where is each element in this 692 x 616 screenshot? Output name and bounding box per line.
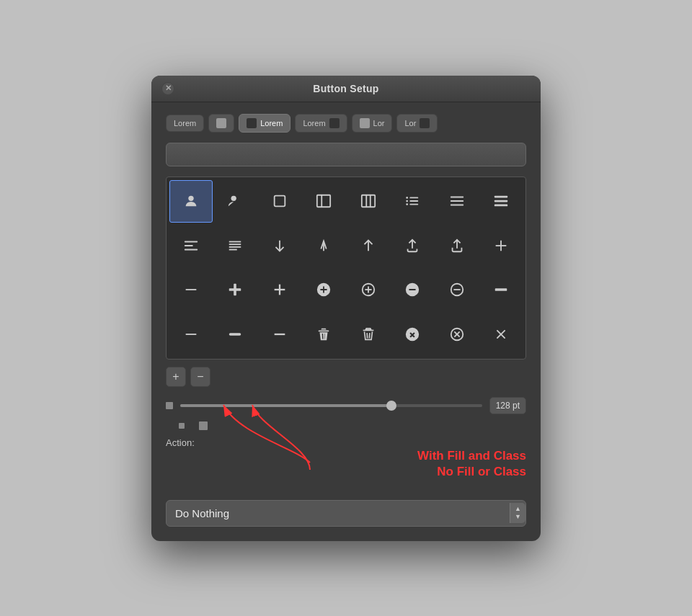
- icon-trash-filled[interactable]: [303, 313, 346, 356]
- tabs-row: Lorem Lorem Lorem Lor Lor: [166, 114, 526, 133]
- icon-plus-outline[interactable]: [258, 269, 301, 312]
- svg-rect-46: [229, 333, 241, 336]
- svg-rect-21: [494, 205, 507, 207]
- svg-rect-48: [319, 330, 329, 331]
- icon-minus-line2[interactable]: [169, 313, 213, 356]
- icon-x-mark[interactable]: [480, 313, 523, 356]
- content-area: Lorem Lorem Lorem Lor Lor: [151, 102, 541, 541]
- svg-point-10: [407, 197, 409, 199]
- svg-rect-5: [317, 195, 330, 207]
- icon-minus-circle[interactable]: [391, 269, 435, 312]
- svg-rect-44: [495, 288, 507, 291]
- size-large-indicator: [199, 421, 208, 430]
- icon-share-up[interactable]: [391, 224, 435, 267]
- icon-square[interactable]: [258, 180, 301, 223]
- svg-rect-22: [185, 241, 198, 242]
- svg-rect-13: [410, 200, 419, 202]
- icon-align-justify[interactable]: [214, 224, 257, 267]
- search-input[interactable]: [166, 143, 526, 166]
- slider-value[interactable]: 128 pt: [489, 397, 526, 414]
- tab-2-icon: [216, 118, 226, 128]
- tab-6-label: Lor: [404, 119, 416, 128]
- icon-minus-line[interactable]: [169, 269, 213, 312]
- icon-list-bullet[interactable]: [391, 180, 435, 223]
- svg-rect-15: [410, 204, 419, 205]
- size-small-indicator: [179, 423, 185, 429]
- slider-fill: [180, 404, 391, 407]
- dropdown-down-arrow: ▼: [515, 514, 521, 520]
- slider-min-indicator: [166, 402, 173, 409]
- annotation-fill-class: With Fill and Class: [417, 448, 526, 464]
- svg-point-1: [231, 196, 236, 201]
- close-button[interactable]: ✕: [161, 82, 174, 95]
- tab-4[interactable]: Lorem: [295, 114, 347, 133]
- icon-share[interactable]: [435, 224, 479, 267]
- icon-person-filled[interactable]: [169, 180, 213, 223]
- icon-grid-container: [166, 177, 526, 360]
- svg-rect-24: [185, 249, 198, 250]
- tab-3[interactable]: Lorem: [239, 114, 290, 133]
- icon-minus-circle-outline[interactable]: [435, 269, 479, 312]
- icon-plus-thin[interactable]: [480, 224, 523, 267]
- slider-row: 128 pt: [166, 397, 526, 414]
- svg-point-12: [407, 200, 409, 202]
- dropdown-up-arrow: ▲: [515, 506, 521, 512]
- icon-minus-thick[interactable]: [480, 269, 523, 312]
- svg-rect-17: [451, 200, 463, 202]
- icon-columns-left[interactable]: [303, 180, 346, 223]
- svg-point-14: [407, 203, 409, 205]
- svg-rect-18: [451, 205, 463, 206]
- action-dropdown[interactable]: Do Nothing ▲ ▼: [166, 500, 526, 527]
- slider-track[interactable]: [180, 404, 482, 407]
- slider-thumb[interactable]: [386, 401, 396, 411]
- bottom-controls: + −: [166, 367, 526, 387]
- icon-arrow-up-outline[interactable]: [303, 224, 346, 267]
- icon-trash-outline[interactable]: [347, 313, 390, 356]
- svg-rect-11: [410, 197, 419, 199]
- button-setup-window: ✕ Button Setup Lorem Lorem Lorem Lor: [151, 76, 541, 541]
- tab-5-label: Lor: [373, 119, 385, 128]
- titlebar: ✕ Button Setup: [151, 76, 541, 102]
- svg-rect-20: [494, 200, 507, 202]
- svg-rect-36: [229, 288, 241, 291]
- icon-minus-outline2[interactable]: [258, 313, 301, 356]
- icon-lines-three[interactable]: [480, 180, 523, 223]
- icon-x-circle-outline[interactable]: [435, 313, 479, 356]
- tab-6[interactable]: Lor: [396, 114, 438, 133]
- icon-grid: [169, 180, 523, 356]
- svg-rect-4: [274, 196, 285, 207]
- tab-1-label: Lorem: [174, 119, 196, 128]
- icon-align-left[interactable]: [169, 224, 213, 267]
- icon-person-add[interactable]: [214, 180, 257, 223]
- dropdown-value: Do Nothing: [175, 507, 229, 519]
- tab-5-icon: [360, 118, 370, 128]
- tab-5[interactable]: Lor: [352, 114, 393, 133]
- tab-2[interactable]: [208, 114, 234, 133]
- icon-minus-filled[interactable]: [214, 313, 257, 356]
- icon-arrow-down[interactable]: [258, 224, 301, 267]
- svg-rect-19: [494, 196, 507, 198]
- tab-3-icon: [247, 118, 257, 128]
- tab-6-icon: [420, 118, 430, 128]
- window-title: Button Setup: [313, 83, 378, 94]
- svg-rect-16: [451, 197, 463, 198]
- tab-4-label: Lorem: [303, 119, 325, 128]
- icon-arrow-up[interactable]: [347, 224, 390, 267]
- annotation-no-fill: No Fill or Class: [417, 464, 526, 480]
- remove-button[interactable]: −: [190, 367, 210, 387]
- tab-4-icon: [329, 118, 340, 128]
- icon-plus-circle-outline[interactable]: [347, 269, 390, 312]
- tab-1[interactable]: Lorem: [166, 115, 204, 132]
- tab-3-label: Lorem: [260, 119, 283, 128]
- icon-plus-circle[interactable]: [303, 269, 346, 312]
- add-button[interactable]: +: [166, 367, 186, 387]
- icon-list-lines[interactable]: [435, 180, 479, 223]
- svg-point-0: [188, 196, 193, 201]
- icon-x-circle-filled[interactable]: [391, 313, 435, 356]
- svg-rect-23: [185, 245, 193, 246]
- icon-columns-center[interactable]: [347, 180, 390, 223]
- icon-plus-bold[interactable]: [214, 269, 257, 312]
- svg-rect-7: [362, 195, 375, 207]
- dropdown-arrows[interactable]: ▲ ▼: [510, 503, 525, 523]
- action-label: Action:: [166, 437, 195, 448]
